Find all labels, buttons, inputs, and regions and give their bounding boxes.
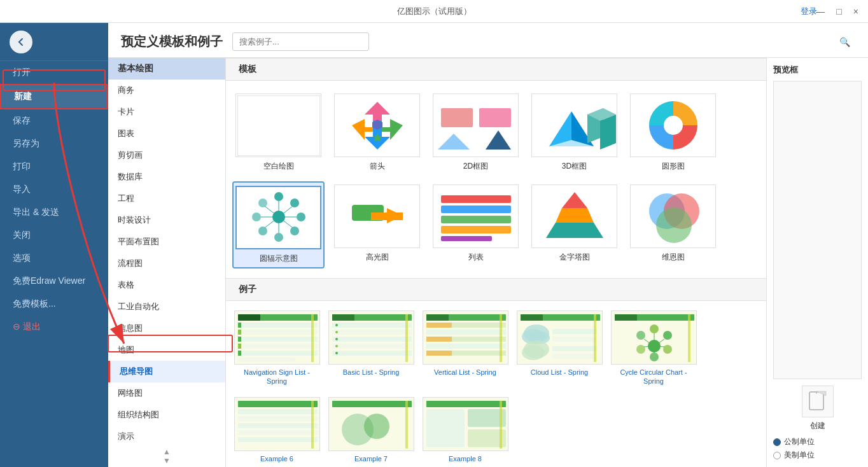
template-list[interactable]: 列表 <box>430 181 522 268</box>
svg-rect-9 <box>441 108 473 127</box>
template-radial[interactable]: 圆辐示意图 <box>232 181 325 268</box>
search-input[interactable] <box>232 32 369 51</box>
sidebar-item-options[interactable]: 选项 <box>0 247 108 270</box>
example-cloud-list[interactable]: Cloud List - Spring <box>515 307 604 389</box>
category-item-mindmap[interactable]: 思维导图 <box>108 361 225 382</box>
category-item-industrial[interactable]: 工业自动化 <box>108 296 225 317</box>
example-label-nav-sign: Navigation Sign List - Spring <box>235 368 318 386</box>
sidebar-item-new[interactable]: 新建 <box>0 84 108 109</box>
examples-section-header: 例子 <box>226 278 766 301</box>
scroll-down-arrow[interactable]: ▼ <box>163 456 171 465</box>
template-circle[interactable]: 圆形图 <box>627 90 719 175</box>
sidebar-item-edraw-viewer[interactable]: 免费Edraw Viewer <box>0 270 108 293</box>
category-item-table[interactable]: 表格 <box>108 274 225 296</box>
template-2d[interactable]: 2D框图 <box>430 90 522 175</box>
svg-rect-61 <box>238 314 260 321</box>
svg-rect-97 <box>426 337 452 342</box>
svg-rect-129 <box>688 314 690 362</box>
category-item-database[interactable]: 数据库 <box>108 166 225 188</box>
svg-marker-151 <box>816 391 826 396</box>
template-venn[interactable]: 维恩图 <box>627 181 719 268</box>
preview-title: 预览框 <box>773 64 862 76</box>
svg-rect-90 <box>426 314 449 321</box>
category-item-card[interactable]: 卡片 <box>108 101 225 123</box>
svg-point-32 <box>258 199 267 207</box>
category-item-clipart[interactable]: 剪切画 <box>108 144 225 166</box>
sidebar-item-import[interactable]: 导入 <box>0 178 108 201</box>
category-item-floorplan[interactable]: 平面布置图 <box>108 231 225 253</box>
radio-imperial[interactable] <box>773 452 781 459</box>
preview-panel: 预览框 创建 公制单位 <box>766 58 868 467</box>
sidebar-item-print[interactable]: 打印 <box>0 155 108 178</box>
svg-rect-108 <box>552 329 597 334</box>
sidebar-item-save[interactable]: 保存 <box>0 109 108 132</box>
radio-metric[interactable] <box>773 438 781 446</box>
svg-rect-142 <box>405 401 408 449</box>
category-item-flowchart[interactable]: 流程图 <box>108 253 225 274</box>
svg-point-119 <box>663 345 672 354</box>
templates-panel: 模板 空白绘图 <box>226 58 766 467</box>
unit-options: 公制单位 美制单位 <box>773 436 862 461</box>
svg-rect-96 <box>426 323 452 328</box>
category-item-fashion[interactable]: 时装设计 <box>108 209 225 231</box>
svg-point-29 <box>274 233 283 242</box>
minimize-button[interactable]: — <box>813 5 828 18</box>
svg-marker-54 <box>546 223 603 238</box>
scroll-up-arrow[interactable]: ▲ <box>163 447 171 456</box>
example-vertical-list[interactable]: Vertical List - Spring <box>421 307 510 389</box>
svg-rect-48 <box>441 216 511 223</box>
svg-rect-66 <box>238 337 318 342</box>
template-label-2d: 2D框图 <box>463 161 488 172</box>
example-nav-sign[interactable]: Navigation Sign List - Spring <box>232 307 321 389</box>
example-cycle-chart[interactable]: Cycle Circular Chart - Spring <box>609 307 698 389</box>
template-blank[interactable]: 空白绘图 <box>232 90 325 175</box>
unit-option-metric[interactable]: 公制单位 <box>773 436 862 447</box>
template-label-pyramid: 金字塔图 <box>559 252 590 263</box>
close-button[interactable]: × <box>850 5 862 18</box>
example-label-row2-3: Example 8 <box>449 454 482 463</box>
back-button[interactable] <box>10 31 32 53</box>
template-thumb-venn <box>630 185 716 248</box>
category-item-business[interactable]: 商务 <box>108 80 225 101</box>
sidebar-item-export[interactable]: 导出 & 发送 <box>0 201 108 224</box>
example-row2-3[interactable]: Example 8 <box>421 394 510 466</box>
example-label-row2-1: Example 6 <box>260 454 293 463</box>
category-item-org[interactable]: 组织结构图 <box>108 404 225 426</box>
svg-point-30 <box>258 227 267 235</box>
sidebar-item-exit[interactable]: ⊖ 退出 <box>0 316 108 338</box>
category-item-infographic[interactable]: 信息图 <box>108 317 225 339</box>
template-pyramid[interactable]: 金字塔图 <box>528 181 620 268</box>
preview-area <box>773 81 862 379</box>
maximize-button[interactable]: □ <box>833 5 844 18</box>
sidebar-item-free-template[interactable]: 免费模板... <box>0 293 108 316</box>
sidebar-item-open[interactable]: 打开 <box>0 61 108 84</box>
svg-rect-102 <box>521 314 543 321</box>
svg-rect-80 <box>332 344 412 349</box>
create-label[interactable]: 创建 <box>810 421 825 431</box>
svg-rect-131 <box>238 401 318 407</box>
category-item-engineering[interactable]: 工程 <box>108 188 225 209</box>
category-item-chart[interactable]: 图表 <box>108 123 225 144</box>
category-item-network[interactable]: 网络图 <box>108 382 225 404</box>
create-icon-area[interactable] <box>802 386 834 417</box>
svg-rect-62 <box>238 323 318 328</box>
template-label-blank: 空白绘图 <box>263 161 294 172</box>
svg-point-87 <box>335 352 338 354</box>
svg-rect-110 <box>552 346 597 351</box>
template-arrow[interactable]: 箭头 <box>331 90 423 175</box>
example-label-basic-list: Basic List - Spring <box>343 368 400 377</box>
example-basic-list[interactable]: Basic List - Spring <box>326 307 416 389</box>
sidebar-item-saveas[interactable]: 另存为 <box>0 132 108 155</box>
template-highlight[interactable]: 高光图 <box>331 181 423 268</box>
svg-point-31 <box>252 213 261 221</box>
template-3d[interactable]: 3D框图 <box>528 90 620 175</box>
svg-rect-145 <box>426 409 465 447</box>
unit-option-imperial[interactable]: 美制单位 <box>773 450 862 461</box>
example-row2-1[interactable]: Example 6 <box>232 394 321 466</box>
sidebar-item-close[interactable]: 关闭 <box>0 224 108 247</box>
svg-rect-65 <box>238 330 241 335</box>
category-item-presentation[interactable]: 演示 <box>108 426 225 447</box>
example-row2-2[interactable]: Example 7 <box>326 394 416 466</box>
search-icon[interactable]: 🔍 <box>839 37 850 47</box>
category-item-map[interactable]: 地图 <box>108 339 225 361</box>
